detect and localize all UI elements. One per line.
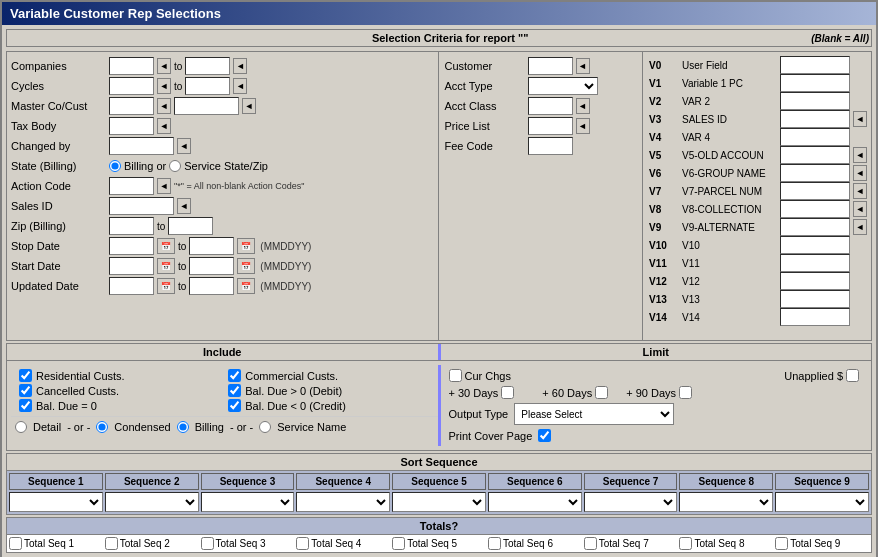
cycles-arrow-btn[interactable]: ◄ xyxy=(157,78,171,94)
companies-to-arrow-btn[interactable]: ◄ xyxy=(233,58,247,74)
comm-custs-checkbox[interactable] xyxy=(228,369,241,382)
cycles-to-input[interactable] xyxy=(185,77,230,95)
master-co-arrow-btn[interactable]: ◄ xyxy=(157,98,171,114)
sales-id-arrow-btn[interactable]: ◄ xyxy=(177,198,191,214)
stop-date-from-input[interactable] xyxy=(109,237,154,255)
action-code-input[interactable] xyxy=(109,177,154,195)
sort-select-2[interactable] xyxy=(105,492,199,512)
stop-date-to-input[interactable] xyxy=(189,237,234,255)
sort-select-3[interactable] xyxy=(201,492,295,512)
start-date-to-input[interactable] xyxy=(189,257,234,275)
companies-arrow-btn[interactable]: ◄ xyxy=(157,58,171,74)
stop-date-cal-btn[interactable]: 📅 xyxy=(157,238,175,254)
price-list-input[interactable] xyxy=(528,117,573,135)
zip-billing-from-input[interactable] xyxy=(109,217,154,235)
acct-type-select[interactable] xyxy=(528,77,598,95)
customer-input[interactable] xyxy=(528,57,573,75)
billing-radio2[interactable] xyxy=(177,421,189,433)
start-date-from-input[interactable] xyxy=(109,257,154,275)
sort-select-9[interactable] xyxy=(775,492,869,512)
start-date-to-cal-btn[interactable]: 📅 xyxy=(237,258,255,274)
acct-class-input[interactable] xyxy=(528,97,573,115)
cycles-to-arrow-btn[interactable]: ◄ xyxy=(233,78,247,94)
updated-date-to-input[interactable] xyxy=(189,277,234,295)
90days-checkbox[interactable] xyxy=(679,386,692,399)
v-arrow-v5[interactable]: ◄ xyxy=(853,147,867,163)
canc-custs-checkbox[interactable] xyxy=(19,384,32,397)
v-input-v8[interactable] xyxy=(780,200,850,218)
sort-select-8[interactable] xyxy=(679,492,773,512)
total-checkbox-4[interactable] xyxy=(296,537,309,550)
sales-id-input[interactable] xyxy=(109,197,174,215)
total-checkbox-8[interactable] xyxy=(679,537,692,550)
v-input-v1[interactable] xyxy=(780,74,850,92)
v-input-v4[interactable] xyxy=(780,128,850,146)
v-input-v9[interactable] xyxy=(780,218,850,236)
30days-checkbox[interactable] xyxy=(501,386,514,399)
sort-select-6[interactable] xyxy=(488,492,582,512)
total-checkbox-5[interactable] xyxy=(392,537,405,550)
master-co-arrow-btn2[interactable]: ◄ xyxy=(242,98,256,114)
output-type-select[interactable]: Please Select xyxy=(514,403,674,425)
updated-date-from-input[interactable] xyxy=(109,277,154,295)
service-name-radio[interactable] xyxy=(259,421,271,433)
v-arrow-v7[interactable]: ◄ xyxy=(853,183,867,199)
companies-to-input[interactable] xyxy=(185,57,230,75)
sort-select-4[interactable] xyxy=(296,492,390,512)
v-input-v3[interactable] xyxy=(780,110,850,128)
total-checkbox-2[interactable] xyxy=(105,537,118,550)
v-input-v2[interactable] xyxy=(780,92,850,110)
total-checkbox-6[interactable] xyxy=(488,537,501,550)
v-arrow-v9[interactable]: ◄ xyxy=(853,219,867,235)
start-date-cal-btn[interactable]: 📅 xyxy=(157,258,175,274)
action-code-arrow-btn[interactable]: ◄ xyxy=(157,178,171,194)
master-co-input2[interactable] xyxy=(174,97,239,115)
print-cover-checkbox[interactable] xyxy=(538,429,551,442)
v-input-v12[interactable] xyxy=(780,272,850,290)
unapplied-checkbox[interactable] xyxy=(846,369,859,382)
updated-date-to-cal-btn[interactable]: 📅 xyxy=(237,278,255,294)
tax-body-input[interactable] xyxy=(109,117,154,135)
billing-radio[interactable] xyxy=(109,160,121,172)
total-checkbox-1[interactable] xyxy=(9,537,22,550)
v-input-v13[interactable] xyxy=(780,290,850,308)
stop-date-to-cal-btn[interactable]: 📅 xyxy=(237,238,255,254)
sort-select-5[interactable] xyxy=(392,492,486,512)
total-checkbox-3[interactable] xyxy=(201,537,214,550)
service-state-radio[interactable] xyxy=(169,160,181,172)
v-input-v7[interactable] xyxy=(780,182,850,200)
res-custs-checkbox[interactable] xyxy=(19,369,32,382)
changed-by-input[interactable] xyxy=(109,137,174,155)
companies-from-input[interactable] xyxy=(109,57,154,75)
v-arrow-v8[interactable]: ◄ xyxy=(853,201,867,217)
v-input-v6[interactable] xyxy=(780,164,850,182)
sort-select-1[interactable] xyxy=(9,492,103,512)
total-checkbox-9[interactable] xyxy=(775,537,788,550)
bal-zero-checkbox[interactable] xyxy=(19,399,32,412)
condensed-radio[interactable] xyxy=(96,421,108,433)
price-list-arrow-btn[interactable]: ◄ xyxy=(576,118,590,134)
v-input-v0[interactable] xyxy=(780,56,850,74)
master-co-input[interactable] xyxy=(109,97,154,115)
sort-select-7[interactable] xyxy=(584,492,678,512)
bal-due-neg-checkbox[interactable] xyxy=(228,399,241,412)
cur-chgs-checkbox[interactable] xyxy=(449,369,462,382)
bal-due-pos-checkbox[interactable] xyxy=(228,384,241,397)
v-input-v11[interactable] xyxy=(780,254,850,272)
acct-class-arrow-btn[interactable]: ◄ xyxy=(576,98,590,114)
zip-billing-to-input[interactable] xyxy=(168,217,213,235)
tax-body-arrow-btn[interactable]: ◄ xyxy=(157,118,171,134)
cycles-from-input[interactable] xyxy=(109,77,154,95)
v-arrow-v3[interactable]: ◄ xyxy=(853,111,867,127)
total-checkbox-7[interactable] xyxy=(584,537,597,550)
customer-arrow-btn[interactable]: ◄ xyxy=(576,58,590,74)
v-input-v5[interactable] xyxy=(780,146,850,164)
v-input-v10[interactable] xyxy=(780,236,850,254)
v-arrow-v6[interactable]: ◄ xyxy=(853,165,867,181)
updated-date-cal-btn[interactable]: 📅 xyxy=(157,278,175,294)
changed-by-arrow-btn[interactable]: ◄ xyxy=(177,138,191,154)
fee-code-input[interactable] xyxy=(528,137,573,155)
60days-checkbox[interactable] xyxy=(595,386,608,399)
v-input-v14[interactable] xyxy=(780,308,850,326)
detail-radio[interactable] xyxy=(15,421,27,433)
